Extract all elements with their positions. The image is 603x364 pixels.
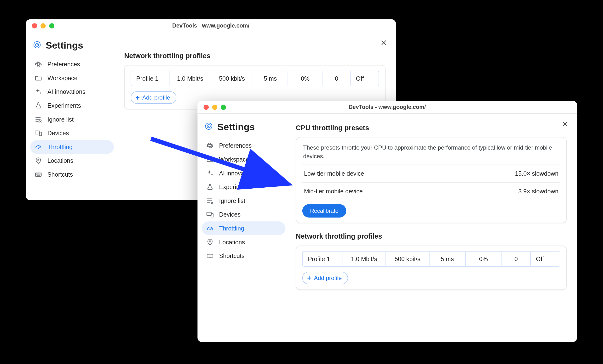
sidebar-item-ignore-list[interactable]: Ignore list	[202, 194, 285, 208]
sidebar-item-label: Throttling	[219, 225, 244, 232]
sidebar-item-label: Locations	[47, 157, 73, 164]
close-settings-button[interactable]	[380, 38, 388, 47]
devices-icon	[206, 210, 214, 218]
sidebar-item-workspace[interactable]: Workspace	[30, 71, 114, 85]
svg-point-14	[209, 241, 210, 242]
network-throttling-title: Network throttling profiles	[296, 233, 567, 240]
sidebar-item-label: Throttling	[47, 143, 73, 150]
sidebar-item-ignore-list[interactable]: Ignore list	[30, 112, 114, 126]
sidebar-item-preferences[interactable]: Preferences	[202, 139, 285, 153]
window-title: DevTools - www.google.com/	[26, 22, 396, 29]
settings-header: Settings	[202, 120, 285, 139]
add-profile-label: Add profile	[142, 94, 170, 101]
settings-nav: PreferencesWorkspaceAI innovationsExperi…	[202, 139, 285, 263]
keyboard-icon	[35, 171, 42, 178]
sidebar-item-shortcuts[interactable]: Shortcuts	[30, 167, 114, 181]
close-dot-icon[interactable]	[204, 105, 209, 110]
plus-icon: +	[307, 275, 312, 282]
sidebar-item-ai-innovations[interactable]: AI innovations	[202, 166, 285, 180]
profile-cell[interactable]: 1.0 Mbit/s	[343, 252, 386, 266]
svg-point-10	[208, 126, 209, 127]
folder-icon	[35, 74, 42, 82]
add-profile-button[interactable]: + Add profile	[131, 91, 176, 104]
preset-name: Low-tier mobile device	[304, 170, 364, 177]
gear-icon	[35, 60, 42, 68]
sidebar-item-devices[interactable]: Devices	[30, 126, 114, 140]
flask-icon	[35, 102, 42, 109]
window-title: DevTools - www.google.com/	[197, 104, 577, 110]
ignore-list-icon	[35, 115, 42, 123]
sidebar-item-workspace[interactable]: Workspace	[202, 153, 285, 166]
profile-cell[interactable]: 0	[502, 252, 531, 266]
sidebar-item-label: Devices	[219, 211, 241, 218]
profile-cell[interactable]: 5 ms	[253, 71, 288, 86]
window-devtools-after: DevTools - www.google.com/ Settings Pref…	[197, 101, 577, 342]
cpu-throttling-title: CPU throttling presets	[296, 124, 567, 132]
titlebar: DevTools - www.google.com/	[197, 101, 577, 114]
sidebar-item-label: Locations	[219, 239, 245, 245]
settings-title: Settings	[46, 40, 83, 51]
preset-value: 3.9× slowdown	[518, 188, 558, 195]
profile-cell[interactable]: Off	[351, 71, 379, 86]
sidebar-item-shortcuts[interactable]: Shortcuts	[202, 249, 285, 263]
throttling-gauge-icon	[35, 143, 42, 151]
profile-cell[interactable]: 0%	[288, 71, 323, 86]
maximize-dot-icon[interactable]	[221, 105, 226, 110]
preset-name: Mid-tier mobile device	[304, 188, 363, 195]
traffic-lights	[197, 105, 226, 110]
keyboard-icon	[206, 252, 214, 260]
minimize-dot-icon[interactable]	[40, 23, 46, 28]
sidebar-item-experiments[interactable]: Experiments	[30, 99, 114, 112]
add-profile-button[interactable]: + Add profile	[302, 272, 348, 284]
minimize-dot-icon[interactable]	[212, 105, 218, 110]
sidebar-item-preferences[interactable]: Preferences	[30, 57, 114, 71]
network-throttling-panel: Profile 11.0 Mbit/s500 kbit/s5 ms0%0Off …	[296, 245, 567, 290]
devtools-logo-icon	[33, 40, 41, 51]
folder-icon	[206, 155, 214, 163]
sidebar-item-experiments[interactable]: Experiments	[202, 180, 285, 194]
sidebar-item-devices[interactable]: Devices	[202, 208, 285, 222]
cpu-preset-row: Low-tier mobile device15.0× slowdown	[302, 165, 560, 182]
profile-cell[interactable]: 0%	[466, 252, 502, 266]
profile-cell[interactable]: 0	[323, 71, 351, 86]
profile-cell[interactable]: 500 kbit/s	[211, 71, 253, 86]
sidebar-item-ai-innovations[interactable]: AI innovations	[30, 85, 114, 99]
profile-cell[interactable]: Profile 1	[131, 71, 169, 86]
sidebar-item-locations[interactable]: Locations	[202, 235, 285, 249]
preset-value: 15.0× slowdown	[515, 170, 558, 177]
network-throttling-title: Network throttling profiles	[124, 52, 385, 60]
devtools-logo-icon	[204, 122, 213, 132]
profile-cell[interactable]: Profile 1	[303, 252, 343, 266]
sidebar-item-label: Workspace	[47, 74, 78, 81]
traffic-lights	[26, 23, 54, 28]
profile-cell[interactable]: Off	[531, 252, 560, 266]
flask-icon	[206, 183, 214, 191]
sidebar-item-label: Shortcuts	[47, 171, 73, 178]
sidebar-item-label: Shortcuts	[219, 253, 244, 259]
profile-cell[interactable]: 1.0 Mbit/s	[169, 71, 211, 86]
sidebar-item-locations[interactable]: Locations	[30, 154, 114, 168]
maximize-dot-icon[interactable]	[49, 23, 54, 28]
throttling-gauge-icon	[206, 224, 214, 232]
location-pin-icon	[35, 157, 42, 165]
titlebar: DevTools - www.google.com/	[26, 19, 396, 32]
sidebar-item-label: Devices	[47, 130, 69, 137]
profile-cell[interactable]: 500 kbit/s	[386, 252, 429, 266]
svg-rect-11	[207, 212, 211, 216]
devices-icon	[35, 129, 42, 137]
sidebar-item-throttling[interactable]: Throttling	[30, 140, 114, 154]
sidebar-item-label: AI innovations	[47, 88, 85, 95]
recalibrate-button[interactable]: Recalibrate	[302, 204, 346, 218]
sidebar-item-label: Ignore list	[219, 197, 245, 204]
settings-header: Settings	[30, 38, 114, 57]
gear-icon	[206, 142, 214, 149]
sidebar-item-label: Preferences	[47, 61, 80, 68]
close-settings-button[interactable]	[561, 120, 569, 128]
cpu-preset-row: Mid-tier mobile device3.9× slowdown	[302, 182, 560, 200]
sidebar-item-label: Experiments	[219, 184, 253, 190]
profile-cell[interactable]: 5 ms	[429, 252, 465, 266]
sidebar-item-throttling[interactable]: Throttling	[202, 221, 285, 235]
close-dot-icon[interactable]	[32, 23, 37, 28]
cpu-throttling-description: These presets throttle your CPU to appro…	[302, 143, 560, 165]
sidebar-item-label: AI innovations	[219, 170, 257, 176]
